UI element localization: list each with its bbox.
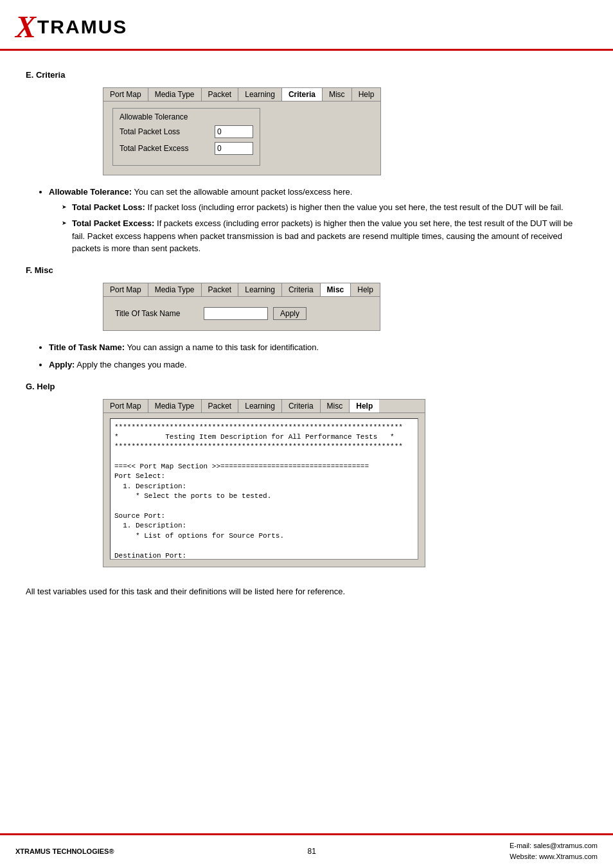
- criteria-tab-bar: Port Map Media Type Packet Learning Crit…: [103, 88, 380, 102]
- section-g-title: G. Help: [26, 382, 587, 391]
- bullet-allowable-text: You can set the allowable amount packet …: [134, 187, 352, 197]
- tab-learning-f[interactable]: Learning: [238, 283, 282, 296]
- misc-widget-body: Title Of Task Name Apply: [103, 297, 380, 330]
- criteria-widget-body: Allowable Tolerance Total Packet Loss To…: [103, 102, 380, 175]
- bullet-allowable: Allowable Tolerance: You can set the all…: [49, 186, 587, 255]
- tab-help-e[interactable]: Help: [352, 88, 381, 101]
- misc-row: Title Of Task Name Apply: [112, 303, 371, 324]
- bullet-title-task: Title of Task Name: You can assign a nam…: [49, 341, 587, 354]
- bullet-apply: Apply: Apply the changes you made.: [49, 359, 587, 371]
- help-tab-widget: Port Map Media Type Packet Learning Crit…: [103, 399, 425, 567]
- logo-text: TRAMUS: [37, 16, 127, 38]
- misc-bullets: Title of Task Name: You can assign a nam…: [26, 341, 587, 371]
- criteria-input-loss[interactable]: [215, 125, 253, 138]
- tab-mediatype-g[interactable]: Media Type: [148, 400, 202, 412]
- tab-packet-e[interactable]: Packet: [202, 88, 239, 101]
- tab-mediatype-e[interactable]: Media Type: [148, 88, 202, 101]
- help-textarea[interactable]: ****************************************…: [110, 418, 418, 560]
- tab-packet-f[interactable]: Packet: [202, 283, 239, 296]
- tab-criteria-g[interactable]: Criteria: [282, 400, 321, 412]
- tab-packet-g[interactable]: Packet: [202, 400, 239, 412]
- tab-learning-g[interactable]: Learning: [238, 400, 282, 412]
- help-description: All test variables used for this task an…: [26, 587, 587, 596]
- criteria-bullets: Allowable Tolerance: You can set the all…: [26, 186, 587, 255]
- sub-bullet-loss-heading: Total Packet Loss:: [72, 202, 145, 212]
- criteria-label-excess: Total Packet Excess: [120, 144, 209, 153]
- sub-bullet-excess: Total Packet Excess: If packets excess (…: [62, 217, 587, 255]
- section-e-title: E. Criteria: [26, 70, 587, 80]
- section-f-title: F. Misc: [26, 265, 587, 275]
- section-f: F. Misc Port Map Media Type Packet Learn…: [26, 265, 587, 371]
- help-tab-bar: Port Map Media Type Packet Learning Crit…: [103, 400, 425, 413]
- criteria-sub-list: Total Packet Loss: If packet loss (inclu…: [49, 201, 587, 255]
- bullet-apply-heading: Apply:: [49, 360, 75, 369]
- criteria-row-loss: Total Packet Loss: [120, 125, 253, 138]
- tab-misc-f[interactable]: Misc: [321, 283, 351, 296]
- misc-tab-widget: Port Map Media Type Packet Learning Crit…: [103, 283, 380, 331]
- tab-criteria-e[interactable]: Criteria: [282, 88, 323, 101]
- tab-portmap-e[interactable]: Port Map: [103, 88, 148, 101]
- tab-misc-g[interactable]: Misc: [321, 400, 350, 412]
- tab-learning-e[interactable]: Learning: [238, 88, 282, 101]
- sub-bullet-loss: Total Packet Loss: If packet loss (inclu…: [62, 201, 587, 214]
- tab-help-f[interactable]: Help: [351, 283, 380, 296]
- tab-portmap-g[interactable]: Port Map: [103, 400, 148, 412]
- sub-bullet-excess-heading: Total Packet Excess:: [72, 218, 154, 228]
- main-content: E. Criteria Port Map Media Type Packet L…: [0, 51, 613, 622]
- help-widget-body: ****************************************…: [103, 413, 425, 567]
- footer-website: Website: www.Xtramus.com: [510, 851, 598, 863]
- bullet-apply-text: Apply the changes you made.: [76, 360, 186, 369]
- criteria-tab-widget: Port Map Media Type Packet Learning Crit…: [103, 87, 381, 175]
- tab-portmap-f[interactable]: Port Map: [103, 283, 148, 296]
- tab-criteria-f[interactable]: Criteria: [282, 283, 321, 296]
- footer-right: E-mail: sales@xtramus.com Website: www.X…: [510, 840, 598, 863]
- criteria-label-loss: Total Packet Loss: [120, 127, 209, 136]
- allowable-tolerance-group: Allowable Tolerance Total Packet Loss To…: [112, 108, 260, 166]
- misc-tab-bar: Port Map Media Type Packet Learning Crit…: [103, 283, 380, 297]
- section-g: G. Help Port Map Media Type Packet Learn…: [26, 382, 587, 596]
- footer-center: 81: [308, 847, 316, 856]
- criteria-group-label: Allowable Tolerance: [120, 112, 253, 121]
- bullet-title-task-text: You can assign a name to this task for i…: [127, 342, 319, 352]
- criteria-input-excess[interactable]: [215, 142, 253, 155]
- misc-task-name-input[interactable]: [204, 307, 268, 320]
- section-e: E. Criteria Port Map Media Type Packet L…: [26, 70, 587, 255]
- tab-help-g[interactable]: Help: [350, 400, 379, 412]
- header: X TRAMUS: [0, 0, 613, 51]
- bullet-title-task-heading: Title of Task Name:: [49, 342, 125, 352]
- tab-mediatype-f[interactable]: Media Type: [148, 283, 202, 296]
- footer: XTRAMUS TECHNOLOGIES® 81 E-mail: sales@x…: [0, 833, 613, 868]
- bullet-allowable-heading: Allowable Tolerance:: [49, 187, 132, 197]
- tab-misc-e[interactable]: Misc: [323, 88, 352, 101]
- apply-button[interactable]: Apply: [273, 307, 306, 320]
- footer-email: E-mail: sales@xtramus.com: [510, 840, 598, 852]
- misc-field-label: Title Of Task Name: [115, 309, 199, 318]
- sub-bullet-loss-text: If packet loss (including error packets)…: [148, 202, 564, 212]
- logo-x: X: [15, 12, 36, 42]
- footer-left: XTRAMUS TECHNOLOGIES®: [15, 847, 114, 855]
- criteria-row-excess: Total Packet Excess: [120, 142, 253, 155]
